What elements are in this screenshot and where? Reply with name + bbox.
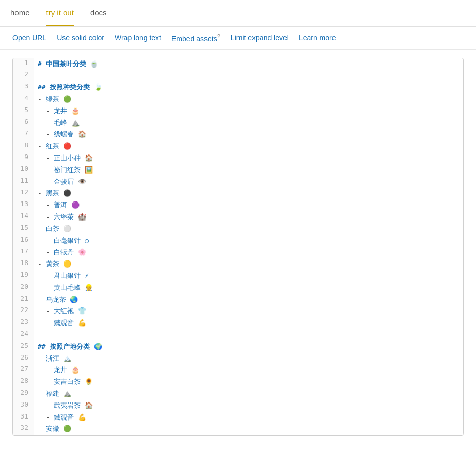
- table-row: 8- 红茶 🔴: [13, 141, 463, 152]
- line-content: - 浙江 🏔️: [34, 353, 463, 365]
- line-content: - 福建 ⛰️: [34, 388, 463, 400]
- table-row: 19 - 君山銀针 ⚡: [13, 270, 463, 282]
- line-content: - 龙井 🎂: [34, 105, 463, 117]
- line-number: 12: [13, 188, 34, 199]
- line-content: [34, 70, 463, 82]
- line-content: - 乌龙茶 🌏: [34, 294, 463, 306]
- tooltip-icon: ?: [217, 33, 220, 39]
- line-number: 10: [13, 164, 34, 176]
- line-number: 11: [13, 176, 34, 188]
- line-content: - 普洱 🟣: [34, 199, 463, 211]
- table-row: 12- 黑茶 ⚫: [13, 188, 463, 199]
- line-content: - 白茶 ⚪: [34, 223, 463, 235]
- wrap-long-text-link[interactable]: Wrap long text: [115, 34, 161, 42]
- toolbar: Open URL Use solid color Wrap long text …: [0, 27, 476, 50]
- line-content: - 大红袍 👕: [34, 305, 463, 317]
- table-row: 11 - 金骏眉 👁️: [13, 176, 463, 188]
- table-row: 15- 白茶 ⚪: [13, 223, 463, 235]
- learn-more-link[interactable]: Learn more: [299, 34, 336, 42]
- line-number: 4: [13, 94, 34, 105]
- line-content: - 绿茶 🟢: [34, 94, 463, 105]
- line-number: 9: [13, 152, 34, 164]
- nav-try-it-out[interactable]: try it out: [46, 0, 74, 26]
- table-row: 21- 乌龙茶 🌏: [13, 294, 463, 306]
- table-row: 32- 安徽 🟢: [13, 423, 463, 435]
- table-row: 26- 浙江 🏔️: [13, 353, 463, 365]
- table-row: 13 - 普洱 🟣: [13, 199, 463, 211]
- embed-assets-label: Embed assets: [171, 35, 217, 43]
- line-content: ## 按照种类分类 🍃: [34, 82, 463, 94]
- line-content: - 金骏眉 👁️: [34, 176, 463, 188]
- line-content: - 黄茶 🟡: [34, 258, 463, 270]
- line-number: 27: [13, 364, 34, 376]
- table-row: 25## 按照产地分类 🌍: [13, 341, 463, 353]
- table-row: 17 - 白犊丹 🌸: [13, 246, 463, 258]
- code-table: 1# 中国茶叶分类 🍵2 3## 按照种类分类 🍃4- 绿茶 🟢5 - 龙井 🎂…: [13, 58, 463, 436]
- line-content: - 白犊丹 🌸: [34, 246, 463, 258]
- line-number: 15: [13, 223, 34, 235]
- line-content: - 祕门红茶 🖼️: [34, 164, 463, 176]
- table-row: 18- 黄茶 🟡: [13, 258, 463, 270]
- table-row: 16 - 白毫銀针 ○: [13, 235, 463, 247]
- line-number: 19: [13, 270, 34, 282]
- line-content: - 红茶 🔴: [34, 141, 463, 152]
- table-row: 3## 按照种类分类 🍃: [13, 82, 463, 94]
- line-content: - 白毫銀针 ○: [34, 235, 463, 247]
- line-number: 24: [13, 329, 34, 341]
- line-content: - 毛峰 ⛰️: [34, 117, 463, 129]
- line-number: 21: [13, 294, 34, 306]
- line-number: 1: [13, 58, 34, 70]
- line-number: 29: [13, 388, 34, 400]
- line-number: 30: [13, 400, 34, 412]
- table-row: 23 - 鐵观音 💪: [13, 317, 463, 329]
- line-content: # 中国茶叶分类 🍵: [34, 58, 463, 70]
- table-row: 9 - 正山小种 🏠: [13, 152, 463, 164]
- line-number: 8: [13, 141, 34, 152]
- line-number: 16: [13, 235, 34, 247]
- line-content: - 鐵观音 💪: [34, 317, 463, 329]
- code-container: 1# 中国茶叶分类 🍵2 3## 按照种类分类 🍃4- 绿茶 🟢5 - 龙井 🎂…: [12, 58, 464, 436]
- table-row: 10 - 祕门红茶 🖼️: [13, 164, 463, 176]
- line-content: ## 按照产地分类 🌍: [34, 341, 463, 353]
- table-row: 29- 福建 ⛰️: [13, 388, 463, 400]
- nav-docs[interactable]: docs: [90, 0, 107, 26]
- nav-home[interactable]: home: [10, 0, 30, 26]
- line-content: - 武夷岩茶 🏠: [34, 400, 463, 412]
- line-number: 23: [13, 317, 34, 329]
- line-content: - 正山小种 🏠: [34, 152, 463, 164]
- table-row: 5 - 龙井 🎂: [13, 105, 463, 117]
- line-content: - 鐵观音 💪: [34, 412, 463, 424]
- nav-bar: home try it out docs: [0, 0, 476, 27]
- line-number: 7: [13, 129, 34, 141]
- table-row: 22 - 大红袍 👕: [13, 305, 463, 317]
- table-row: 14 - 六堡茶 🏰: [13, 211, 463, 223]
- line-content: - 线螺春 🏠: [34, 129, 463, 141]
- line-number: 20: [13, 282, 34, 294]
- line-number: 28: [13, 376, 34, 388]
- use-solid-color-link[interactable]: Use solid color: [57, 34, 104, 42]
- line-content: - 龙井 🎂: [34, 364, 463, 376]
- line-number: 31: [13, 412, 34, 424]
- table-row: 2: [13, 70, 463, 82]
- line-content: - 六堡茶 🏰: [34, 211, 463, 223]
- line-number: 32: [13, 423, 34, 435]
- line-number: 26: [13, 353, 34, 365]
- table-row: 31 - 鐵观音 💪: [13, 412, 463, 424]
- table-row: 7 - 线螺春 🏠: [13, 129, 463, 141]
- line-number: 5: [13, 105, 34, 117]
- open-url-link[interactable]: Open URL: [12, 34, 46, 42]
- table-row: 27 - 龙井 🎂: [13, 364, 463, 376]
- line-number: 2: [13, 70, 34, 82]
- line-content: [34, 329, 463, 341]
- line-content: - 黑茶 ⚫: [34, 188, 463, 199]
- line-number: 13: [13, 199, 34, 211]
- embed-assets-link[interactable]: Embed assets?: [171, 33, 220, 43]
- line-number: 25: [13, 341, 34, 353]
- line-number: 14: [13, 211, 34, 223]
- table-row: 6 - 毛峰 ⛰️: [13, 117, 463, 129]
- line-content: - 君山銀针 ⚡: [34, 270, 463, 282]
- line-number: 17: [13, 246, 34, 258]
- line-content: - 安吉白茶 🌻: [34, 376, 463, 388]
- line-number: 22: [13, 305, 34, 317]
- limit-expand-level-link[interactable]: Limit expand level: [231, 34, 289, 42]
